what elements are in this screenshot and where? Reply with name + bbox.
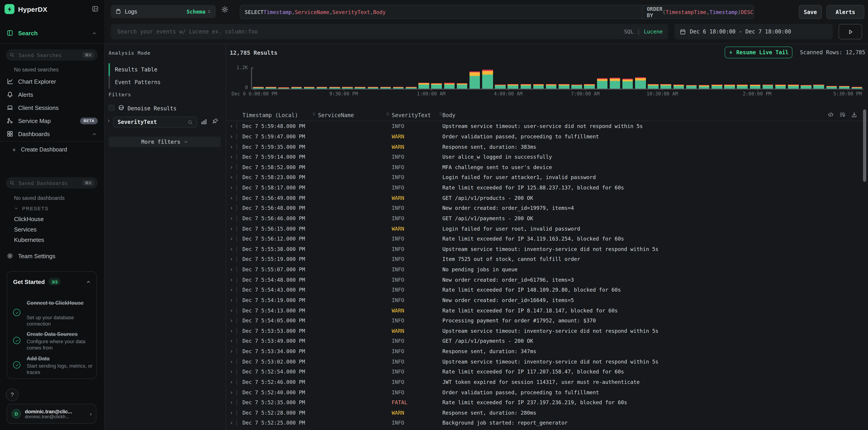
query-language-toggle[interactable]: SQL | Lucene [624, 29, 663, 35]
source-selector[interactable]: Logs Schema [111, 5, 216, 18]
expand-row-icon[interactable]: › [230, 154, 233, 160]
expand-row-icon[interactable]: › [230, 174, 233, 180]
log-row[interactable]: ›Dec 7 5:56:46.000 PMINFOGET /api/v1/pay… [226, 213, 868, 223]
search-icon[interactable] [188, 120, 193, 125]
log-row[interactable]: ›Dec 7 5:55:38.000 PMINFOUpstream servic… [226, 244, 868, 254]
drag-handle-icon[interactable]: ⠿ [313, 112, 315, 117]
saved-searches-input[interactable] [18, 52, 79, 58]
log-row[interactable]: ›Dec 7 5:54:19.000 PMINFONew order creat… [226, 295, 868, 305]
download-icon[interactable] [851, 112, 857, 118]
sidebar-item-client-sessions[interactable]: Client Sessions [0, 102, 104, 113]
histogram-bar[interactable] [253, 87, 264, 89]
histogram-bar[interactable] [266, 87, 276, 89]
col-timestamp[interactable]: Timestamp (Local) [243, 112, 298, 119]
log-row[interactable]: ›Dec 7 5:52:40.000 PMINFOOrder validatio… [226, 387, 868, 397]
histogram-bar[interactable] [444, 83, 455, 89]
histogram-bar[interactable] [393, 87, 404, 89]
log-row[interactable]: ›Dec 7 5:58:52.000 PMINFOMFA challenge s… [226, 162, 868, 172]
log-row[interactable]: ›Dec 7 5:59:48.000 PMINFOUpstream servic… [226, 121, 868, 131]
mode-results-table[interactable]: Results Table [115, 66, 157, 73]
alerts-button[interactable]: Alerts [827, 5, 864, 19]
histogram-bar[interactable] [724, 85, 735, 89]
pin-icon[interactable] [212, 118, 218, 124]
more-filters-button[interactable]: More filters [108, 137, 221, 147]
expand-row-icon[interactable]: › [230, 399, 233, 405]
event-search-bar[interactable]: SQL | Lucene [111, 24, 668, 39]
histogram-bar[interactable] [418, 83, 429, 89]
histogram-bar[interactable] [406, 87, 416, 89]
log-row[interactable]: ›Dec 7 5:54:48.000 PMINFONew order creat… [226, 275, 868, 285]
log-row[interactable]: ›Dec 7 5:53:49.000 PMINFOGET /api/v1/pay… [226, 336, 868, 346]
expand-row-icon[interactable]: › [230, 297, 233, 303]
histogram-bar[interactable] [801, 85, 811, 89]
log-row[interactable]: ›Dec 7 5:53:34.000 PMINFOResponse sent, … [226, 346, 868, 357]
col-severitytext[interactable]: SeverityText [392, 112, 431, 119]
saved-searches-search[interactable]: ⌘K [6, 49, 98, 61]
run-query-button[interactable] [839, 24, 862, 39]
histogram-bar[interactable] [635, 77, 646, 89]
histogram-bar[interactable] [291, 87, 302, 89]
help-button[interactable]: ? [6, 388, 19, 401]
histogram-bar[interactable] [584, 84, 595, 89]
sidebar-item-service-map[interactable]: Service Map BETA [0, 115, 104, 127]
expand-row-icon[interactable]: › [230, 266, 233, 273]
histogram-bar[interactable] [661, 84, 671, 89]
log-row[interactable]: ›Dec 7 5:55:19.000 PMINFOItem 7525 out o… [226, 254, 868, 264]
log-row[interactable]: ›Dec 7 5:52:46.000 PMINFOJWT token expir… [226, 377, 868, 387]
histogram-bar[interactable] [686, 85, 696, 89]
histogram-bar[interactable] [317, 87, 327, 89]
event-search-input[interactable] [116, 28, 624, 35]
histogram-bar[interactable] [559, 84, 569, 89]
expand-row-icon[interactable]: › [230, 389, 233, 395]
log-row[interactable]: ›Dec 7 5:53:02.000 PMINFOUpstream servic… [226, 357, 868, 367]
saved-dashboards-search[interactable]: ⌘K [6, 177, 98, 189]
expand-row-icon[interactable]: › [230, 420, 233, 426]
histogram-bar[interactable] [852, 87, 862, 89]
expand-row-icon[interactable]: › [230, 205, 233, 211]
expand-row-icon[interactable]: › [230, 195, 233, 201]
code-view-icon[interactable] [828, 112, 834, 118]
histogram-bar[interactable] [533, 84, 544, 89]
sidebar-item-search[interactable]: Search [0, 27, 104, 39]
log-row[interactable]: ›Dec 7 5:59:14.000 PMINFOUser alice_w lo… [226, 152, 868, 162]
log-row[interactable]: ›Dec 7 5:53:53.000 PMWARNUpstream servic… [226, 326, 868, 336]
table-scrollbar[interactable] [863, 109, 866, 182]
log-row[interactable]: ›Dec 7 5:56:49.000 PMWARNGET /api/v1/pro… [226, 193, 868, 203]
resume-live-tail-button[interactable]: Resume Live Tail [724, 46, 793, 58]
col-servicename[interactable]: ServiceName [318, 112, 354, 119]
gs-step-title[interactable]: Create Data Sources [27, 331, 95, 338]
select-clause-input[interactable]: SELECT Timestamp,ServiceName,SeverityTex… [240, 5, 647, 19]
histogram-bar[interactable] [278, 87, 289, 89]
histogram-bar[interactable] [304, 87, 314, 89]
sidebar-item-alerts[interactable]: Alerts [0, 89, 104, 100]
sidebar-item-chart-explorer[interactable]: Chart Explorer [0, 75, 104, 87]
denoise-label[interactable]: Denoise Results [128, 105, 177, 112]
histogram-bar[interactable] [763, 85, 773, 89]
expand-row-icon[interactable]: › [230, 307, 233, 313]
preset-clickhouse[interactable]: ClickHouse [14, 216, 44, 223]
col-body[interactable]: Body [442, 112, 456, 119]
chevron-up-icon[interactable] [92, 31, 97, 35]
histogram-bar[interactable] [469, 71, 480, 89]
sidebar-item-team-settings[interactable]: Team Settings [0, 250, 104, 262]
expand-row-icon[interactable]: › [230, 143, 233, 150]
mode-event-patterns[interactable]: Event Patterns [115, 79, 161, 86]
expand-filter-icon[interactable]: › [107, 117, 110, 124]
saved-dashboards-input[interactable] [18, 180, 79, 186]
histogram-bar[interactable] [571, 84, 582, 89]
histogram-bar[interactable] [826, 86, 837, 89]
expand-row-icon[interactable]: › [230, 328, 233, 334]
expand-row-icon[interactable]: › [230, 246, 233, 252]
histogram-bar[interactable] [368, 87, 378, 89]
create-dashboard-button[interactable]: + Create Dashboard [0, 144, 104, 156]
expand-row-icon[interactable]: › [230, 164, 233, 170]
expand-row-icon[interactable]: › [230, 410, 233, 416]
order-by-input[interactable]: ORDER BY (TimestampTime, Timestamp) DESC [642, 5, 754, 19]
preset-services[interactable]: Services [14, 226, 37, 233]
expand-row-icon[interactable]: › [230, 185, 233, 191]
log-row[interactable]: ›Dec 7 5:56:15.000 PMWARNLogin failed fo… [226, 224, 868, 234]
histogram-bar[interactable] [495, 84, 505, 89]
severity-filter-field[interactable]: SeverityText [113, 117, 197, 128]
chart-filter-icon[interactable] [201, 119, 207, 125]
presets-header[interactable]: PRESETS [14, 206, 49, 211]
